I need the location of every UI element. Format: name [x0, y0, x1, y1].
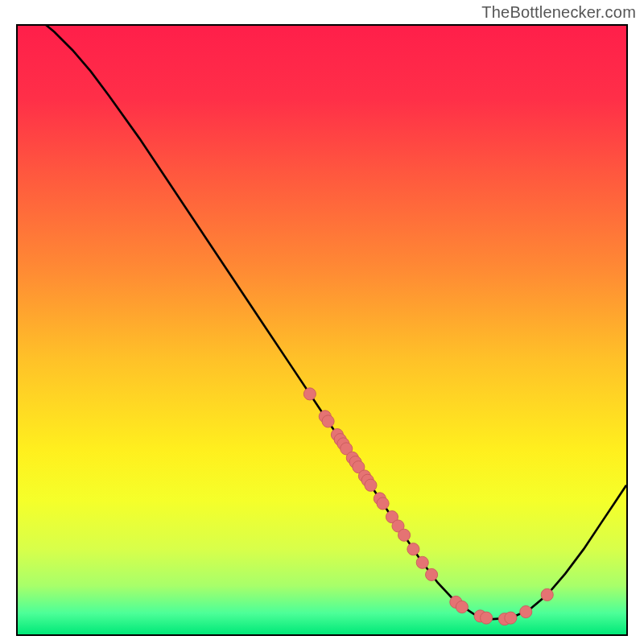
chart-stage: TheBottlenecker.com: [0, 0, 644, 644]
data-marker: [416, 556, 428, 568]
data-marker: [398, 529, 411, 541]
data-marker: [541, 588, 553, 601]
data-marker: [505, 612, 517, 624]
plot-area: [16, 24, 628, 636]
data-marker: [481, 612, 493, 624]
data-marker: [520, 605, 532, 617]
data-marker: [322, 415, 334, 427]
data-marker: [456, 601, 468, 613]
data-marker: [407, 543, 419, 555]
data-marker: [365, 479, 377, 491]
attribution-text: TheBottlenecker.com: [481, 3, 636, 22]
data-marker: [377, 497, 389, 510]
chart-svg: [18, 26, 626, 634]
chart-background: [18, 26, 626, 634]
data-marker: [303, 388, 316, 400]
data-marker: [426, 568, 438, 580]
